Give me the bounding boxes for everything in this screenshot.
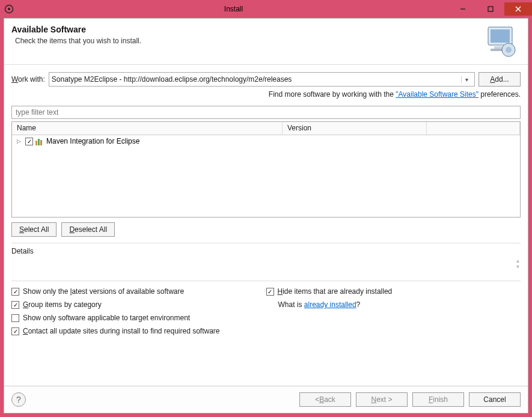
opt-hide-installed[interactable]: Hide items that are already installed	[266, 287, 521, 296]
window-title: Install	[18, 5, 449, 13]
install-dialog: Install Available Software Check the ite…	[0, 0, 532, 417]
banner: Available Software Check the items that …	[4, 19, 528, 65]
details-body: ▴▾	[11, 258, 521, 272]
select-all-button[interactable]: Select All	[11, 222, 57, 237]
add-site-button[interactable]: Add...	[478, 72, 521, 87]
install-wizard-icon	[482, 25, 521, 58]
options-right: Hide items that are already installed Wh…	[266, 287, 521, 335]
finish-button[interactable]: Finish	[412, 392, 464, 407]
opt-group-category[interactable]: Group items by category	[11, 300, 266, 309]
selection-buttons: Select All Deselect All	[11, 222, 521, 237]
available-sites-link[interactable]: "Available Software Sites"	[396, 90, 478, 99]
item-label: Maven Integration for Eclipse	[46, 137, 139, 145]
titlebar: Install	[0, 0, 532, 18]
banner-subtitle: Check the items that you wish to install…	[15, 37, 482, 45]
opt-show-latest[interactable]: Show only the latest versions of availab…	[11, 287, 266, 296]
svg-rect-3	[488, 7, 493, 11]
already-installed-link[interactable]: already installed	[304, 300, 356, 309]
item-checkbox[interactable]	[25, 138, 33, 145]
work-with-value: Sonatype M2Eclipse - http://download.ecl…	[52, 75, 461, 84]
banner-title: Available Software	[11, 25, 482, 34]
chevron-down-icon: ▾	[461, 76, 472, 83]
cancel-button[interactable]: Cancel	[469, 392, 521, 407]
list-body[interactable]: ▷ Maven Integration for Eclipse	[12, 135, 520, 217]
details-label: Details	[11, 247, 521, 255]
work-with-combo[interactable]: Sonatype M2Eclipse - http://download.ecl…	[49, 72, 475, 87]
window-controls	[449, 2, 532, 16]
minimize-button[interactable]	[449, 2, 477, 16]
filter-input[interactable]	[11, 106, 521, 119]
content: Work with: Sonatype M2Eclipse - http://d…	[4, 65, 528, 386]
checkbox[interactable]	[11, 288, 19, 296]
work-with-row: Work with: Sonatype M2Eclipse - http://d…	[11, 72, 521, 87]
opt-show-applicable[interactable]: Show only software applicable to target …	[11, 314, 266, 322]
close-button[interactable]	[504, 2, 532, 16]
software-list: Name Version ▷ Maven Integration for Ecl…	[11, 121, 521, 218]
back-button[interactable]: < Back	[299, 392, 351, 407]
work-with-label: Work with:	[11, 75, 45, 84]
opt-contact-sites[interactable]: Contact all update sites during install …	[11, 327, 266, 335]
column-name[interactable]: Name	[12, 122, 283, 135]
category-icon	[35, 137, 44, 145]
footer: ? < Back Next > Finish Cancel	[4, 386, 528, 413]
list-item[interactable]: ▷ Maven Integration for Eclipse	[12, 135, 520, 147]
checkbox[interactable]	[11, 314, 19, 322]
svg-point-1	[8, 8, 10, 10]
column-version[interactable]: Version	[283, 122, 427, 135]
checkbox[interactable]	[266, 288, 274, 296]
options: Show only the latest versions of availab…	[11, 281, 521, 335]
client-area: Available Software Check the items that …	[4, 18, 528, 413]
wizard-buttons: < Back Next > Finish Cancel	[299, 392, 521, 407]
options-left: Show only the latest versions of availab…	[11, 287, 266, 335]
sites-hint: Find more software by working with the "…	[11, 90, 521, 99]
svg-rect-7	[491, 29, 510, 43]
checkbox[interactable]	[11, 327, 19, 335]
details-section: Details ▴▾	[11, 243, 521, 272]
what-is-installed: What is already installed?	[266, 300, 521, 309]
banner-text: Available Software Check the items that …	[11, 25, 482, 45]
expander-icon[interactable]: ▷	[17, 138, 23, 144]
app-icon	[0, 4, 18, 14]
svg-point-11	[506, 47, 512, 53]
next-button[interactable]: Next >	[356, 392, 408, 407]
list-header: Name Version	[12, 122, 520, 135]
deselect-all-button[interactable]: Deselect All	[61, 222, 115, 237]
column-extra	[427, 122, 520, 135]
checkbox[interactable]	[11, 301, 19, 309]
help-icon[interactable]: ?	[11, 392, 26, 407]
scroll-indicator-icon[interactable]: ▴▾	[516, 258, 519, 270]
maximize-button[interactable]	[477, 2, 504, 16]
